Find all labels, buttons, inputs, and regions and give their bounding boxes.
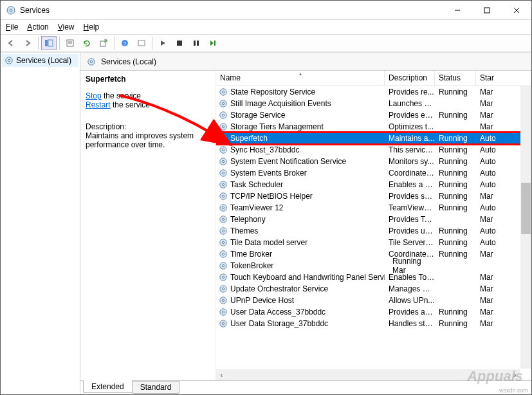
service-row[interactable]: State Repository ServiceProvides re...Ru… <box>216 86 531 98</box>
tab-extended[interactable]: Extended <box>83 380 133 393</box>
back-button[interactable] <box>3 36 19 50</box>
col-description[interactable]: Description <box>385 71 435 86</box>
sort-indicator-icon: ▴ <box>299 71 302 77</box>
right-pane: Services (Local) Superfetch Stop the ser… <box>80 53 531 394</box>
service-row[interactable]: Touch Keyboard and Handwriting Panel Ser… <box>216 271 531 283</box>
svg-point-43 <box>222 195 225 197</box>
list-body[interactable]: State Repository ServiceProvides re...Ru… <box>216 86 531 380</box>
maximize-button[interactable] <box>472 1 502 20</box>
service-status: Running <box>435 319 476 328</box>
service-row[interactable]: User Data Storage_37bbddcHandles sto...R… <box>216 318 531 329</box>
service-row[interactable]: ThemesProvides us...RunningAuto <box>216 225 531 237</box>
service-row[interactable]: Tile Data model serverTile Server f...Ru… <box>216 237 531 248</box>
svg-point-47 <box>222 218 225 221</box>
export-button[interactable] <box>96 36 111 50</box>
svg-point-33 <box>222 137 225 140</box>
gear-icon <box>219 145 228 154</box>
gear-icon <box>219 296 228 305</box>
col-startup[interactable]: Star <box>476 71 531 86</box>
service-row[interactable]: Task SchedulerEnables a us...RunningAuto <box>216 179 531 190</box>
restart-link[interactable]: Restart <box>86 100 111 109</box>
service-name: System Events Broker <box>230 169 307 178</box>
svg-point-39 <box>222 172 225 174</box>
service-status: Running <box>389 257 430 266</box>
list-header: Name▴ Description Status Star <box>216 71 531 86</box>
service-name: Time Broker <box>230 250 272 259</box>
svg-point-53 <box>222 253 225 255</box>
menu-action[interactable]: Action <box>27 23 48 32</box>
service-status: Running <box>435 87 476 96</box>
gear-icon <box>219 134 228 143</box>
scroll-right-icon[interactable]: › <box>509 369 520 380</box>
svg-point-35 <box>222 149 225 151</box>
svg-point-1 <box>10 9 12 12</box>
svg-rect-17 <box>194 41 196 46</box>
service-row[interactable]: Sync Host_37bbddcThis service ...Running… <box>216 144 531 156</box>
svg-point-65 <box>222 322 225 325</box>
service-row[interactable]: SuperfetchMaintains a...RunningAuto <box>216 133 531 144</box>
service-name: State Repository Service <box>230 87 315 96</box>
stop-service-button[interactable] <box>172 36 187 50</box>
scroll-thumb[interactable] <box>521 183 531 234</box>
menu-file[interactable]: File <box>6 23 18 32</box>
service-row[interactable]: User Data Access_37bbddcProvides ap...Ru… <box>216 306 531 318</box>
gear-icon <box>219 157 228 166</box>
vertical-scrollbar[interactable] <box>520 86 531 369</box>
close-button[interactable] <box>502 1 531 20</box>
service-desc: Provides re... <box>385 87 435 96</box>
window-title: Services <box>20 6 443 15</box>
tree-root-item[interactable]: Services (Local) <box>2 54 78 67</box>
service-row[interactable]: Storage ServiceProvides en...RunningMar <box>216 109 531 121</box>
service-desc: Provides en... <box>385 111 435 120</box>
gear-icon <box>219 122 228 131</box>
pause-service-button[interactable] <box>188 36 204 50</box>
forward-button[interactable] <box>20 36 35 50</box>
restart-service-button[interactable] <box>205 36 221 50</box>
toolbar: ? <box>1 34 531 52</box>
services-window: Services File Action View Help ? <box>0 0 532 395</box>
service-row[interactable]: TelephonyProvides Tel...Mar <box>216 214 531 225</box>
service-row[interactable]: Storage Tiers ManagementOptimizes t...Ma… <box>216 121 531 133</box>
service-status: Running <box>435 157 476 166</box>
service-status: Running <box>435 226 476 235</box>
service-row[interactable]: Still Image Acquisition EventsLaunches a… <box>216 98 531 109</box>
service-status: Running <box>435 180 476 189</box>
service-row[interactable]: System Event Notification ServiceMonitor… <box>216 156 531 167</box>
gear-icon <box>219 250 228 259</box>
app-icon <box>6 5 16 15</box>
service-row[interactable]: TeamViewer 12TeamViewer...RunningAuto <box>216 202 531 214</box>
svg-point-41 <box>222 183 225 186</box>
gear-icon <box>219 261 228 270</box>
service-row[interactable]: Time BrokerCoordinates...RunningMar <box>216 248 531 260</box>
menubar: File Action View Help <box>1 20 531 34</box>
gear-icon <box>219 215 228 224</box>
service-row[interactable]: System Events BrokerCoordinates...Runnin… <box>216 167 531 179</box>
menu-help[interactable]: Help <box>84 23 100 32</box>
service-row[interactable]: Update Orchestrator ServiceManages W...M… <box>216 283 531 295</box>
service-desc: This service ... <box>385 145 435 154</box>
service-row[interactable]: UPnP Device HostAllows UPn...Mar <box>216 295 531 306</box>
menu-view[interactable]: View <box>58 23 75 32</box>
properties-button[interactable] <box>62 36 78 50</box>
refresh-button[interactable] <box>79 36 95 50</box>
service-desc: Launches a... <box>385 99 435 108</box>
service-name: Storage Tiers Management <box>230 122 324 131</box>
service-row[interactable]: TokenBrokerRunningMar <box>216 260 531 271</box>
start-service-button[interactable] <box>155 36 170 50</box>
minimize-button[interactable] <box>443 1 472 20</box>
view-tabs: Extended Standard <box>80 380 531 394</box>
gear-icon <box>219 203 228 212</box>
tab-standard[interactable]: Standard <box>132 381 180 394</box>
service-row[interactable]: TCP/IP NetBIOS HelperProvides su...Runni… <box>216 190 531 202</box>
toolbar-unknown-button[interactable] <box>134 36 149 50</box>
service-status: Running <box>435 134 476 143</box>
col-status[interactable]: Status <box>435 71 476 86</box>
stop-link[interactable]: Stop <box>86 91 102 100</box>
horizontal-scrollbar[interactable]: ‹› <box>216 369 520 380</box>
col-name[interactable]: Name▴ <box>216 71 385 86</box>
service-status: Running <box>435 145 476 154</box>
help-button[interactable]: ? <box>117 36 133 50</box>
gear-icon <box>219 319 228 328</box>
scroll-left-icon[interactable]: ‹ <box>216 369 227 380</box>
show-hide-tree-button[interactable] <box>41 36 57 50</box>
